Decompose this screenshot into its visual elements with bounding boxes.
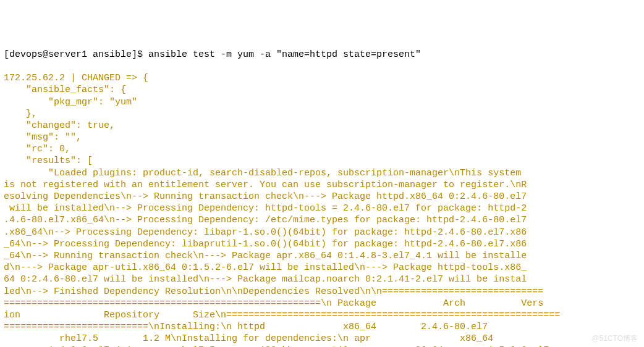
out-18: led\n--> Finished Dependency Resolution\… [4,286,543,297]
out-1: "ansible_facts": { [4,85,126,95]
terminal-output: 172.25.62.2 | CHANGED => { "ansible_fact… [4,72,640,347]
out-16: d\n---> Package apr-util.x86_64 0:1.5.2-… [4,262,527,273]
out-20: ion Repository Size\n===================… [4,310,560,320]
out-17: 64 0:2.4.6-80.el7 will be installed\n---… [4,274,527,285]
watermark-text: @51CTO博客 [591,334,638,343]
out-13: .x86_64\n--> Processing Dependency: liba… [4,227,527,238]
out-10: esolving Dependencies\n--> Running trans… [4,191,527,202]
out-19: ========================================… [4,298,543,309]
out-5: "msg": "", [4,132,82,143]
out-15: _64\n--> Running transaction check\n--->… [4,251,527,261]
out-2: "pkg_mgr": "yum" [4,97,137,107]
out-21: ==========================\nInstalling:\… [4,322,488,332]
out-11: will be installed\n--> Processing Depend… [4,203,527,214]
prompt-text: [devops@server1 ansible]$ ansible test -… [4,49,421,60]
out-0: 172.25.62.2 | CHANGED => { [4,73,148,83]
out-12: .4.6-80.el7.x86_64\n--> Processing Depen… [4,215,527,225]
out-22: rhel7.5 1.2 M\nInstalling for dependenci… [4,333,493,344]
terminal-prompt-line: [devops@server1 ansible]$ ansible test -… [4,49,640,61]
out-3: }, [4,109,37,119]
out-6: "rc": 0, [4,144,70,154]
out-9: is not registered with an entitlement se… [4,180,527,190]
out-4: "changed": true, [4,120,115,131]
out-7: "results": [ [4,156,93,166]
out-8: "Loaded plugins: product-id, search-disa… [4,168,521,178]
out-14: _64\n--> Processing Dependency: libaprut… [4,239,527,249]
